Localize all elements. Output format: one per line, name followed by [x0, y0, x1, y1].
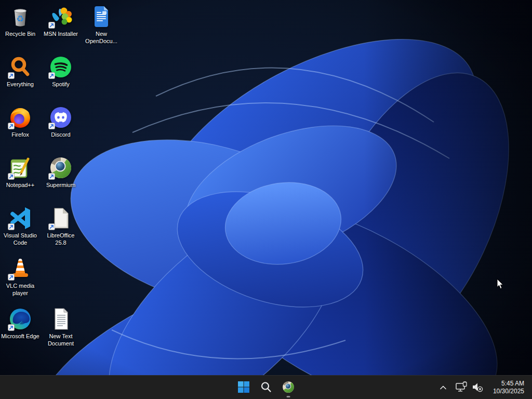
- vscode-icon: [8, 206, 33, 231]
- desktop-icon-new-opendocument[interactable]: New OpenDocu...: [82, 4, 121, 45]
- search-button[interactable]: [256, 377, 276, 398]
- opendocument-file-icon: [89, 4, 114, 29]
- icon-label: Supermium: [46, 182, 75, 189]
- text-document-icon: [48, 307, 73, 331]
- icon-label: LibreOffice 25.8: [41, 232, 81, 247]
- supermium-globe-icon: [282, 380, 295, 395]
- everything-search-icon: [8, 55, 33, 79]
- shortcut-arrow-icon: [8, 173, 15, 180]
- edge-icon: [8, 307, 33, 331]
- chevron-up-icon: [440, 384, 447, 392]
- shortcut-arrow-icon: [8, 72, 15, 79]
- windows-logo-icon: [237, 381, 250, 395]
- icon-label: MSN Installer: [44, 31, 78, 38]
- supermium-globe-icon: [48, 155, 73, 180]
- desktop: ♻ Recycle Bin MSN Installer: [0, 0, 532, 375]
- vlc-cone-icon: [8, 256, 33, 281]
- desktop-icon-microsoft-edge[interactable]: Microsoft Edge: [1, 307, 40, 340]
- libreoffice-document-icon: [48, 206, 73, 231]
- shortcut-arrow-icon: [48, 223, 55, 230]
- clock-date: 10/30/2025: [493, 388, 524, 395]
- notepad-plus-plus-icon: [8, 155, 33, 180]
- shortcut-arrow-icon: [48, 173, 55, 180]
- clock[interactable]: 5:45 AM 10/30/2025: [488, 377, 529, 398]
- svg-text:♻: ♻: [16, 14, 24, 24]
- icon-label: Everything: [7, 81, 34, 88]
- icon-label: Spotify: [52, 81, 70, 88]
- icon-label: Visual Studio Code: [1, 232, 40, 247]
- icon-label: Firefox: [11, 131, 29, 139]
- shortcut-arrow-icon: [48, 22, 55, 29]
- network-volume-button[interactable]: [451, 377, 487, 398]
- supermium-browser-button[interactable]: [278, 377, 299, 398]
- desktop-icon-recycle-bin[interactable]: ♻ Recycle Bin: [1, 4, 40, 38]
- desktop-icon-vlc[interactable]: VLC media player: [1, 256, 40, 297]
- shortcut-arrow-icon: [48, 72, 55, 79]
- desktop-icon-libreoffice[interactable]: LibreOffice 25.8: [41, 206, 81, 247]
- desktop-icon-msn-installer[interactable]: MSN Installer: [41, 4, 81, 38]
- running-app-indicator: [287, 396, 290, 397]
- shortcut-arrow-icon: [8, 324, 15, 331]
- discord-icon: [48, 105, 73, 130]
- taskbar: 5:45 AM 10/30/2025: [0, 375, 532, 399]
- system-tray: 5:45 AM 10/30/2025: [436, 376, 529, 399]
- icon-label: New Text Document: [41, 333, 81, 348]
- desktop-icon-discord[interactable]: Discord: [41, 105, 81, 139]
- magnifier-icon: [260, 381, 272, 395]
- volume-muted-icon: [471, 381, 484, 394]
- desktop-icon-everything[interactable]: Everything: [1, 55, 40, 88]
- shortcut-arrow-icon: [8, 274, 15, 281]
- shortcut-arrow-icon: [8, 123, 15, 129]
- clock-time: 5:45 AM: [501, 380, 524, 388]
- icon-label: Recycle Bin: [5, 31, 35, 38]
- shortcut-arrow-icon: [48, 123, 55, 129]
- icon-label: Microsoft Edge: [1, 333, 39, 340]
- tray-chevron-button[interactable]: [436, 377, 450, 398]
- desktop-icon-new-text-document[interactable]: New Text Document: [41, 307, 81, 348]
- recycle-bin-icon: ♻: [8, 4, 33, 29]
- icon-label: New OpenDocu...: [82, 31, 121, 45]
- shortcut-arrow-icon: [8, 223, 15, 230]
- desktop-icon-visual-studio-code[interactable]: Visual Studio Code: [1, 206, 40, 247]
- desktop-icon-firefox[interactable]: Firefox: [1, 105, 40, 139]
- desktop-icon-supermium[interactable]: Supermium: [41, 155, 81, 189]
- icon-label: VLC media player: [1, 283, 40, 297]
- spotify-icon: [48, 55, 73, 79]
- desktop-icon-notepad-plus-plus[interactable]: Notepad++: [1, 155, 40, 189]
- msn-butterfly-icon: [48, 4, 73, 29]
- desktop-icon-spotify[interactable]: Spotify: [41, 55, 81, 88]
- network-ethernet-icon: [455, 381, 468, 394]
- start-button[interactable]: [233, 377, 254, 398]
- firefox-icon: [8, 105, 33, 130]
- taskbar-center-buttons: [233, 376, 299, 399]
- icon-label: Notepad++: [6, 182, 34, 189]
- icon-label: Discord: [51, 131, 70, 139]
